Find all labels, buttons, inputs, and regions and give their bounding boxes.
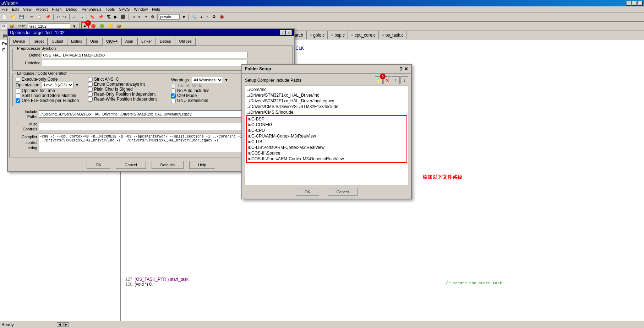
no-auto-includes-cb[interactable] <box>171 88 176 93</box>
build-btn[interactable]: ▶ <box>113 14 119 20</box>
debug2-btn[interactable]: ○ <box>205 14 210 20</box>
one-elf-cb[interactable] <box>16 98 20 103</box>
redo-btn[interactable]: ↪ <box>62 14 68 20</box>
menu-help[interactable]: Help <box>152 7 160 11</box>
menu-view[interactable]: View <box>23 7 32 11</box>
folder-close-icon[interactable]: ✕ <box>404 66 408 72</box>
folder-help-icon[interactable]: ? <box>399 66 403 72</box>
options-close-btn[interactable]: ✕ <box>286 30 292 35</box>
optimize-time-cb[interactable] <box>16 88 20 93</box>
path-item-9[interactable]: \uC-LIB <box>247 139 406 145</box>
gnu-ext-cb[interactable] <box>171 98 176 103</box>
forward-btn[interactable]: → <box>78 14 85 20</box>
path-item-12[interactable]: \uCOS-III\Ports\ARM-Cortex-M3\Generic\Re… <box>247 156 406 162</box>
path-item-1[interactable]: ../Drivers/STM32F1xx_HAL_Driver/Inc <box>246 92 407 98</box>
folder-ok-btn[interactable]: OK <box>296 188 319 196</box>
enum-container-cb[interactable] <box>88 82 93 87</box>
bookmark-btn[interactable]: 🔖 <box>88 14 96 20</box>
copy-btn[interactable]: 📋 <box>36 14 43 20</box>
c99-mode-cb[interactable] <box>171 93 176 98</box>
path-item-0[interactable]: ../Core/Inc <box>246 87 407 92</box>
path-item-5[interactable]: \uC-BSP <box>247 116 406 122</box>
tab-output[interactable]: Output <box>48 38 67 45</box>
tab-listing[interactable]: Listing <box>67 38 86 45</box>
path-item-2[interactable]: ../Drivers/STM32F1xx_HAL_Driver/Inc/Lega… <box>246 98 407 104</box>
execute-only-cb[interactable] <box>16 77 20 82</box>
tab-debug[interactable]: Debug <box>156 38 175 45</box>
target-opts-btn[interactable]: ⚙ <box>1 23 7 29</box>
tab-cpu-core[interactable]: ■ cpu_core.c <box>348 31 379 39</box>
menu-tools[interactable]: Tools <box>106 7 115 11</box>
undefine-input[interactable] <box>42 60 248 66</box>
menu-svcs[interactable]: SVCS <box>119 7 130 11</box>
options-cancel-btn[interactable]: Cancel <box>116 161 146 169</box>
bookmark2-btn[interactable]: 📌 <box>97 14 105 20</box>
path-item-6[interactable]: \uC-CONFIG <box>247 122 406 128</box>
build-all-btn[interactable]: 🏗 <box>105 14 112 20</box>
strict-ansi-cb[interactable] <box>88 77 93 82</box>
scroll-left-btn[interactable]: ◄ <box>57 322 62 327</box>
unindent-btn[interactable]: ⇤ <box>137 14 143 20</box>
tab-user[interactable]: User <box>86 38 102 45</box>
menu-peripherals[interactable]: Peripherals <box>82 7 102 11</box>
debug1-btn[interactable]: ● <box>199 14 204 20</box>
tab-target[interactable]: Target <box>29 38 48 45</box>
debug4-btn[interactable]: 🐞 <box>218 14 226 20</box>
back-btn[interactable]: ← <box>71 14 78 20</box>
dropdown-arrow[interactable]: ▼ <box>180 14 187 20</box>
rw-position-cb[interactable] <box>88 97 93 102</box>
indent-btn[interactable]: ⇥ <box>130 14 136 20</box>
cut-btn[interactable]: ✂ <box>29 14 35 20</box>
tab-linker[interactable]: Linker <box>137 38 156 45</box>
tree-collapse-icon[interactable]: ⊟ <box>2 47 6 52</box>
stop-btn[interactable]: ⬛ <box>119 14 127 20</box>
path-item-8[interactable]: \uC-CPU\ARM-Cortex-M3\RealView <box>247 133 406 139</box>
tab-bsp[interactable]: ■ bsp.c <box>328 31 348 39</box>
path-item-11[interactable]: \uCOS-III\Source <box>247 150 406 156</box>
undo-btn[interactable]: ↩ <box>55 14 61 20</box>
plain-char-cb[interactable] <box>88 87 93 92</box>
format-btn[interactable]: ≡ <box>144 14 149 20</box>
paste-btn[interactable]: 📌 <box>44 14 52 20</box>
search-btn[interactable]: 🔍 <box>190 14 198 20</box>
tab-gpio[interactable]: ■ gpio.c <box>306 31 328 39</box>
open-btn[interactable]: 📂 <box>9 14 17 20</box>
menu-flash[interactable]: Flash <box>52 7 62 11</box>
tab-device[interactable]: Device <box>9 38 29 45</box>
folder-down-btn[interactable]: ↓ <box>400 76 408 84</box>
path-item-3[interactable]: ../Drivers/CMSIS/Device/ST/STM32F1xx/Inc… <box>246 104 407 109</box>
thumb-mode-cb[interactable] <box>171 84 176 88</box>
minimize-btn[interactable]: _ <box>626 1 631 6</box>
tab-os-task[interactable]: ■ os_task.c <box>379 31 407 39</box>
path-item-4[interactable]: ../Drivers/CMSIS/Include <box>246 109 407 115</box>
warnings-select[interactable]: All Warnings No Warnings <box>192 77 223 83</box>
options-defaults-btn[interactable]: Defaults <box>152 161 184 169</box>
menu-debug[interactable]: Debug <box>66 7 77 11</box>
options-help-btn[interactable]: ? <box>280 30 285 35</box>
close-btn[interactable]: ✕ <box>638 1 643 6</box>
menu-project[interactable]: Project <box>36 7 48 11</box>
tab-cc[interactable]: C/C++ <box>102 38 121 45</box>
save-btn[interactable]: 💾 <box>18 14 26 20</box>
folder-up-btn[interactable]: ↑ <box>392 76 400 84</box>
private-dropdown[interactable]: private <box>159 14 180 20</box>
optimization-select[interactable]: Level 0 (-O0) Level 1 (-O1) Level 2 (-O2… <box>42 82 73 88</box>
tab-asm[interactable]: Asm <box>121 38 137 45</box>
menu-edit[interactable]: Edit <box>12 7 19 11</box>
folder-cancel-btn[interactable]: Cancel <box>328 188 358 196</box>
tab-utilities[interactable]: Utilities <box>175 38 195 45</box>
path-item-10[interactable]: \uC-LIB\Ports\ARM-Cortex-M3\RealView <box>247 145 406 150</box>
menu-window[interactable]: Window <box>134 7 148 11</box>
options-help-btn2[interactable]: Help <box>189 161 215 169</box>
debug3-btn[interactable]: ♻ <box>211 14 217 20</box>
menu-file[interactable]: File <box>1 7 8 11</box>
define-input[interactable] <box>42 52 248 58</box>
options-ok-btn[interactable]: OK <box>87 161 110 169</box>
ro-position-cb[interactable] <box>88 92 93 97</box>
split-load-cb[interactable] <box>16 93 20 98</box>
new-btn[interactable]: 📄 <box>1 14 9 20</box>
settings-btn[interactable]: ⚙ <box>149 14 156 20</box>
load-btn[interactable]: LOAD <box>16 24 27 28</box>
maximize-btn[interactable]: □ <box>632 1 637 6</box>
scroll-right-btn[interactable]: ► <box>63 322 69 327</box>
